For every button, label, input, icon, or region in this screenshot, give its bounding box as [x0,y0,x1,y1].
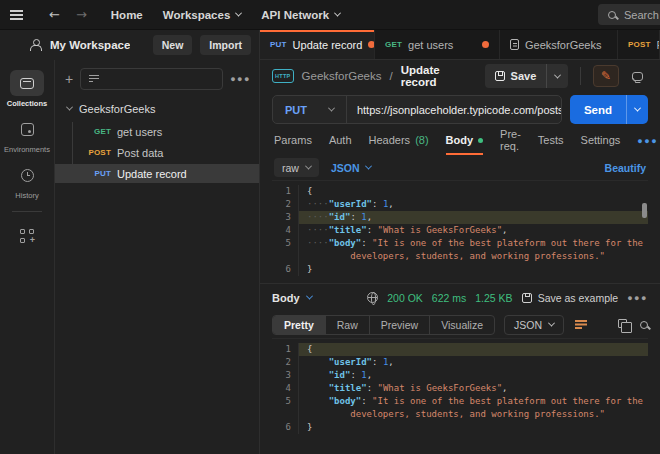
workspace-title[interactable]: My Workspace [50,39,130,51]
hamburger-menu-icon[interactable] [10,10,23,12]
request-body-editor[interactable]: 1{2····"userId": 1,3····"id": 1,4····"ti… [272,180,648,283]
request-config-tabs: Params Auth Headers(8) Body Pre-req. Tes… [260,127,660,155]
collection-row[interactable]: GeeksforGeeks [55,98,259,120]
tab-label: Post data [657,39,660,51]
method-badge: GET [385,40,402,49]
global-search-input[interactable]: Search [598,4,660,25]
breadcrumb-separator: / [389,70,392,82]
workspace-header: My Workspace New Import [0,30,259,60]
divider [346,96,347,123]
view-pretty[interactable]: Pretty [273,316,326,334]
tab-get-users[interactable]: GET get users [375,30,500,59]
save-as-example-button[interactable]: Save as example [522,292,619,304]
line-number: 6 [272,263,298,276]
nav-api-network[interactable]: API Network [261,9,340,21]
tab-geeksforgeeks[interactable]: GeeksforGeeks [500,30,618,59]
config-more-icon[interactable]: ●●● [637,136,658,146]
chevron-down-icon [66,103,73,110]
tab-auth[interactable]: Auth [329,127,352,155]
chevron-down-icon [554,71,561,78]
chevron-down-icon [235,10,242,17]
collections-icon [20,78,34,89]
save-options-button[interactable] [546,64,568,88]
rail-item-more-tools[interactable]: + [0,219,54,253]
forward-arrow-icon[interactable]: → [76,7,87,22]
tab-update-record[interactable]: PUT Update record [260,30,375,59]
response-body-viewer[interactable]: 1{2 "userId": 1,3 "id": 1,4 "title": "Wh… [272,338,648,454]
rail-item-environments[interactable]: Environments [0,112,54,158]
copy-icon[interactable] [618,319,627,328]
main-panel: PUT Update record GET get users Geeksfor… [260,30,660,454]
nav-home[interactable]: Home [111,9,143,21]
code-text: } [298,421,648,434]
save-button[interactable]: Save [485,64,569,88]
response-header: Body 200 OK 622 ms 1.25 KB Save as examp… [260,283,660,311]
line-number: 3 [272,369,298,382]
filter-input[interactable] [80,68,223,90]
environments-icon [21,123,34,136]
response-meta: 200 OK 622 ms 1.25 KB Save as example ●●… [367,292,648,304]
comment-button[interactable] [627,65,648,87]
new-button[interactable]: New [153,35,193,55]
tree-more-icon[interactable]: ●●● [230,74,251,84]
request-row-get-users[interactable]: GET get users [55,122,259,141]
send-options-button[interactable] [626,95,648,124]
tree-toolbar: + ●●● [55,60,259,98]
method-select[interactable]: PUT [273,104,346,116]
nav-workspaces[interactable]: Workspaces [163,9,242,21]
rail-item-collections[interactable]: Collections [0,66,54,112]
code-line: 5····"body": "It is one of the best plat… [272,237,648,263]
tab-label: Pre-req. [500,128,521,152]
person-icon [30,39,42,51]
add-collection-icon[interactable]: + [65,74,73,84]
search-icon [608,11,616,19]
response-body-select[interactable]: Body [272,292,312,304]
tab-tests[interactable]: Tests [538,127,564,155]
tab-post-data[interactable]: POST Post data [618,30,660,59]
search-response-icon[interactable] [640,321,648,329]
rail-item-history[interactable]: History [0,158,54,204]
back-arrow-icon[interactable]: ← [49,7,60,22]
body-mode-select[interactable]: raw [274,158,319,177]
method-badge: GET [85,127,111,136]
tab-headers[interactable]: Headers(8) [369,127,429,155]
unsaved-dot [368,41,375,48]
save-icon [522,293,532,303]
url-input[interactable]: https://jsonplaceholder.typicode.com/pos… [357,104,561,116]
breadcrumb-request-name[interactable]: Update record [401,64,477,88]
tab-body[interactable]: Body [446,127,484,155]
body-language-select[interactable]: JSON [331,162,371,174]
beautify-button[interactable]: Beautify [605,162,646,174]
tab-settings[interactable]: Settings [581,127,621,155]
tab-prereq[interactable]: Pre-req. [500,127,521,155]
response-toolbar: Pretty Raw Preview Visualize JSON [260,311,660,338]
edit-button[interactable]: ✎ [593,65,618,87]
url-row: PUT https://jsonplaceholder.typicode.com… [260,92,660,127]
view-visualize[interactable]: Visualize [430,316,494,334]
breadcrumb-collection[interactable]: GeeksforGeeks [302,70,382,82]
line-number: 3 [272,211,298,224]
request-row-post-data[interactable]: POST Post data [55,143,259,162]
response-language-select[interactable]: JSON [504,315,564,335]
collection-children: GET get users POST Post data PUT Update … [55,120,259,185]
response-more-icon[interactable]: ●●● [627,293,648,303]
wrap-lines-icon[interactable] [575,320,587,329]
response-time[interactable]: 622 ms [432,292,466,304]
scrollbar-thumb[interactable] [642,203,647,218]
response-size[interactable]: 1.25 KB [475,292,512,304]
nav-home-label: Home [111,9,143,21]
code-text: "id": 1, [298,369,648,382]
request-row-update-record[interactable]: PUT Update record [55,164,259,183]
network-icon[interactable] [367,292,378,303]
nav-api-network-label: API Network [261,9,329,21]
view-preview[interactable]: Preview [370,316,430,334]
tab-params[interactable]: Params [274,127,312,155]
environments-label: Environments [4,145,50,154]
send-button[interactable]: Send [570,95,648,124]
method-badge: PUT [85,169,111,178]
view-raw[interactable]: Raw [326,316,370,334]
status-badge[interactable]: 200 OK [387,292,423,304]
import-button[interactable]: Import [200,35,251,55]
collections-label: Collections [7,99,47,108]
language-value: JSON [514,319,542,331]
